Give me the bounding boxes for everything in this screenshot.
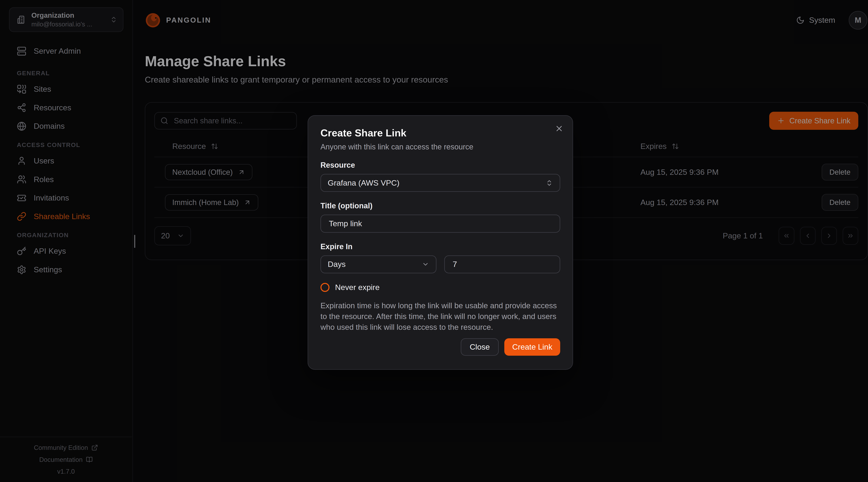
resource-label: Resource — [320, 161, 560, 169]
expiration-description: Expiration time is how long the link wil… — [320, 300, 560, 332]
title-label: Title (optional) — [320, 201, 560, 210]
expire-in-label: Expire In — [320, 242, 560, 251]
expire-value-input[interactable] — [452, 259, 553, 269]
title-field-wrap — [320, 215, 560, 232]
expire-unit-select[interactable]: Days — [320, 255, 436, 273]
title-field[interactable] — [328, 219, 553, 229]
never-expire-label: Never expire — [335, 283, 380, 292]
chevron-down-icon — [422, 261, 429, 268]
create-share-link-modal: Create Share Link Anyone with this link … — [308, 115, 573, 370]
create-link-button[interactable]: Create Link — [504, 338, 560, 356]
chevrons-up-down-icon — [546, 179, 553, 187]
never-expire-row: Never expire — [320, 283, 560, 292]
app-root: Organization milo@fossorial.io's ... Ser… — [0, 0, 868, 482]
close-button[interactable]: Close — [461, 338, 499, 356]
modal-title: Create Share Link — [320, 127, 560, 139]
never-expire-checkbox[interactable] — [320, 283, 330, 292]
expire-value-wrap — [444, 255, 560, 273]
resource-select[interactable]: Grafana (AWS VPC) — [320, 174, 560, 192]
close-icon[interactable] — [555, 124, 564, 133]
modal-subtitle: Anyone with this link can access the res… — [320, 142, 560, 151]
